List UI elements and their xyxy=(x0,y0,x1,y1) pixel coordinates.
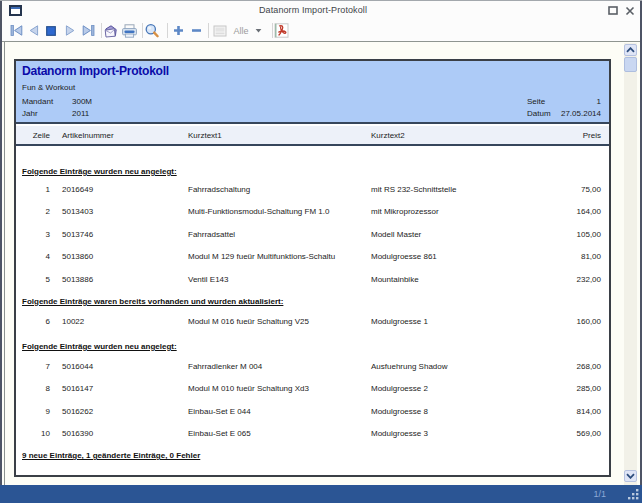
cell-kurztext1: Fahrradschaltung xyxy=(188,185,250,195)
resize-grip-icon[interactable] xyxy=(627,488,639,500)
cell-kurztext2: mit RS 232-Schnittstelle xyxy=(371,185,456,195)
group-header: Folgende Einträge wurden neu angelegt: xyxy=(22,166,177,177)
cell-kurztext1: Einbau-Set E 065 xyxy=(188,429,251,439)
cell-preis: 285,00 xyxy=(577,384,601,394)
cell-kurztext2: mit Mikroprozessor xyxy=(371,207,439,217)
cell-preis: 814,00 xyxy=(577,407,601,417)
close-button[interactable] xyxy=(622,4,638,18)
export-pdf-button[interactable] xyxy=(274,20,289,41)
caret-down-icon xyxy=(255,28,262,33)
cell-zeile: 1 xyxy=(16,185,50,195)
stop-square-icon xyxy=(46,26,56,36)
table-row: 55013886Ventil E143Mountainbike232,00 xyxy=(16,275,609,285)
scroll-up-button[interactable] xyxy=(624,44,637,56)
table-row: 95016262Einbau-Set E 044Modulgroesse 881… xyxy=(16,407,609,417)
print-button[interactable] xyxy=(121,20,138,41)
cell-preis: 268,00 xyxy=(577,362,601,372)
last-page-icon xyxy=(82,25,95,36)
page-filter-value[interactable]: Alle xyxy=(230,20,252,41)
cell-zeile: 6 xyxy=(16,317,50,327)
cell-artikelnummer: 5013860 xyxy=(62,252,93,262)
field-value-jahr: 2011 xyxy=(72,109,89,119)
table-row: 45013860Modul M 129 fueür Multifunktions… xyxy=(16,252,609,262)
meta-label-datum: Datum xyxy=(527,109,551,119)
table-row: 85016147Modul M 010 fueür Schaltung Xd3M… xyxy=(16,384,609,394)
column-header-kurztext1: Kurztext1 xyxy=(188,131,222,141)
cell-kurztext2: Modulgroesse 861 xyxy=(371,252,437,262)
scrollbar-thumb[interactable] xyxy=(624,57,637,72)
report-page: Datanorm Import-Protokoll Fun & Workout … xyxy=(14,59,611,477)
cell-kurztext2: Modulgroesse 8 xyxy=(371,407,428,417)
cell-preis: 569,00 xyxy=(577,429,601,439)
meta-value-seite: 1 xyxy=(597,97,601,107)
cell-kurztext1: Modul M 129 fueür Multifunktions-Schaltu xyxy=(188,252,335,262)
envelope-icon xyxy=(102,24,119,38)
cell-kurztext1: Modul M 010 fueür Schaltung Xd3 xyxy=(188,384,309,394)
table-row: 25013403Multi-Funktionsmodul-Schaltung F… xyxy=(16,207,609,217)
scroll-down-button[interactable] xyxy=(624,470,637,482)
cell-kurztext2: Mountainbike xyxy=(371,275,419,285)
window-title: Datanorm Import-Protokoll xyxy=(2,5,640,15)
page-filter-label: Alle xyxy=(233,26,248,36)
cell-zeile: 5 xyxy=(16,275,50,285)
zoom-out-button[interactable] xyxy=(191,20,202,41)
cell-preis: 164,00 xyxy=(577,207,601,217)
cell-artikelnummer: 5013403 xyxy=(62,207,93,217)
report-header: Datanorm Import-Protokoll Fun & Workout … xyxy=(16,61,609,124)
column-header-preis: Preis xyxy=(583,131,601,141)
page-filter-dropdown[interactable] xyxy=(252,20,264,41)
zoom-button[interactable] xyxy=(144,20,160,41)
magnifier-icon xyxy=(144,23,160,39)
send-mail-button[interactable] xyxy=(102,20,119,41)
panel-border xyxy=(4,42,5,485)
vertical-scrollbar[interactable] xyxy=(624,43,637,485)
previous-page-button[interactable] xyxy=(28,20,39,41)
cell-artikelnummer: 5016390 xyxy=(62,429,93,439)
cell-preis: 232,00 xyxy=(577,275,601,285)
cell-kurztext2: Modell Master xyxy=(371,230,421,240)
cell-preis: 105,00 xyxy=(577,230,601,240)
picture-icon xyxy=(213,25,227,37)
field-value-mandant: 300M xyxy=(72,97,92,107)
previous-page-icon xyxy=(28,25,39,36)
toolbar-separator xyxy=(208,23,209,38)
meta-label-seite: Seite xyxy=(527,97,545,107)
column-header-row: Zeile Artikelnummer Kurztext1 Kurztext2 … xyxy=(16,126,609,146)
next-page-icon xyxy=(65,25,76,36)
next-page-button[interactable] xyxy=(65,20,76,41)
group-header: Folgende Einträge waren bereits vorhande… xyxy=(22,296,283,307)
table-row: 105016390Einbau-Set E 065Modulgroesse 35… xyxy=(16,429,609,439)
summary-line: 9 neue Einträge, 1 geänderte Einträge, 0… xyxy=(22,450,200,461)
first-page-button[interactable] xyxy=(10,20,23,41)
stop-button[interactable] xyxy=(46,20,56,41)
cell-kurztext1: Einbau-Set E 044 xyxy=(188,407,251,417)
close-icon xyxy=(622,4,638,18)
meta-value-datum: 27.05.2014 xyxy=(561,109,601,119)
last-page-button[interactable] xyxy=(82,20,95,41)
zoom-in-button[interactable] xyxy=(173,20,184,41)
chevron-up-icon xyxy=(626,47,635,53)
cell-artikelnummer: 10022 xyxy=(62,317,84,327)
cell-kurztext2: Modulgroesse 2 xyxy=(371,384,428,394)
maximize-icon xyxy=(605,4,621,18)
cell-artikelnummer: 5013886 xyxy=(62,275,93,285)
toolbar-separator xyxy=(272,23,273,38)
table-row: 610022Modul M 016 fueür Schaltung V25Mod… xyxy=(16,317,609,327)
cell-kurztext2: Modulgroesse 3 xyxy=(371,429,428,439)
cell-artikelnummer: 5013746 xyxy=(62,230,93,240)
cell-kurztext2: Modulgroesse 1 xyxy=(371,317,428,327)
cell-kurztext1: Fahrradsattel xyxy=(188,230,235,240)
table-row: 12016649Fahrradschaltungmit RS 232-Schni… xyxy=(16,185,609,195)
maximize-button[interactable] xyxy=(605,4,621,18)
cell-artikelnummer: 5016262 xyxy=(62,407,93,417)
column-header-kurztext2: Kurztext2 xyxy=(371,131,405,141)
minus-icon xyxy=(191,25,202,36)
toolbar-separator xyxy=(142,23,143,38)
cell-artikelnummer: 5016044 xyxy=(62,362,93,372)
pdf-icon xyxy=(274,23,289,38)
cell-zeile: 3 xyxy=(16,230,50,240)
cell-zeile: 4 xyxy=(16,252,50,262)
picture-button[interactable] xyxy=(213,20,227,41)
cell-preis: 160,00 xyxy=(577,317,601,327)
field-label-jahr: Jahr xyxy=(22,109,38,119)
